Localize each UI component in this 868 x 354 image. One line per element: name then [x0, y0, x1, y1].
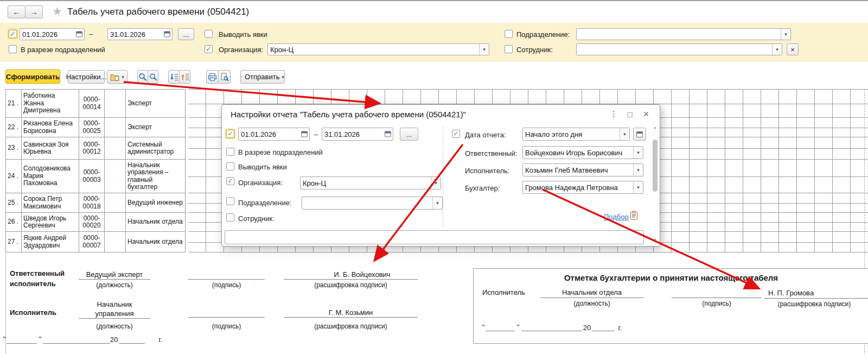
chevron-down-icon[interactable]: ▾ [633, 164, 643, 176]
dialog-employee-checkbox[interactable] [226, 213, 234, 222]
clear-icon: × [790, 46, 795, 54]
organization-checkbox[interactable]: ✓ [205, 45, 213, 53]
dialog-period-to-field[interactable]: 31.01.2026 [322, 128, 393, 141]
dialog-menu-button[interactable]: ⋮ [608, 108, 620, 120]
dialog-report-date-field[interactable]: Начало этого дня ▾ [522, 128, 630, 141]
dialog-period-from-field[interactable]: 01.01.2026 [238, 128, 310, 141]
collapse-rows-button[interactable] [179, 70, 190, 84]
signature-line [672, 298, 762, 298]
row-number[interactable]: 27 . [6, 232, 22, 252]
dialog-accountant-field[interactable]: Громова Надежда Петровна ▾ [522, 181, 643, 194]
dialog-report-date-calendar-button[interactable] [633, 128, 646, 141]
period-checkbox[interactable]: ✓ [9, 30, 17, 38]
dialog-department-checkbox[interactable] [226, 197, 234, 205]
employee-position[interactable]: Эксперт [126, 118, 186, 137]
employee-clear-button[interactable]: × [787, 43, 799, 55]
employee-name[interactable]: Сорока Петр Максимович [22, 193, 79, 213]
employee-name[interactable]: Савинская Зоя Юрьевна [22, 137, 79, 160]
print-button[interactable] [206, 70, 219, 84]
calendar-icon[interactable] [164, 31, 170, 37]
by-departments-checkbox[interactable] [9, 45, 17, 53]
show-attendance-checkbox[interactable] [205, 30, 213, 38]
dialog-organization-field[interactable]: Крон-Ц ▾ [300, 176, 441, 189]
search-next-button[interactable] [148, 70, 158, 84]
position-caption: (должность) [79, 281, 150, 289]
chevron-down-icon[interactable]: ▾ [620, 128, 629, 140]
period-to-field[interactable]: 31.01.2026 [107, 28, 173, 40]
dialog-employee-list[interactable] [225, 230, 644, 244]
expand-rows-button[interactable] [168, 70, 180, 84]
employee-name[interactable]: Работкина Жанна Дмитриевна [22, 90, 79, 118]
calendar-icon[interactable] [76, 31, 82, 37]
chevron-down-icon[interactable]: ▾ [633, 181, 643, 193]
employee-position[interactable]: Начальник отдела [126, 213, 186, 232]
employee-position[interactable]: Эксперт [126, 90, 186, 118]
period-from-field[interactable]: 01.01.2026 [20, 28, 85, 40]
chevron-down-icon[interactable]: ▾ [772, 44, 782, 55]
dialog-show-attendance-checkbox[interactable] [226, 162, 234, 170]
employee-position[interactable]: Ведущий инженер [126, 193, 186, 213]
employee-name[interactable]: Рязанова Елена Борисовна [22, 118, 79, 137]
employee-position[interactable]: Начальник отдела [126, 232, 186, 252]
kebab-icon: ⋮ [610, 109, 618, 119]
chevron-down-icon[interactable]: ▾ [781, 29, 790, 40]
dialog-by-departments-checkbox[interactable] [226, 148, 234, 156]
employee-position[interactable]: Начальник управления – главный бухгалтер [126, 160, 186, 193]
employee-code[interactable]: 0000-00025 [79, 118, 105, 137]
dialog-executor-field[interactable]: Козьмин Глеб Матвеевич ▾ [522, 163, 643, 176]
row-number[interactable]: 24 . [6, 160, 22, 193]
employee-code[interactable]: 0000-00012 [79, 137, 105, 160]
clipboard-icon[interactable] [630, 211, 638, 220]
chevron-down-icon[interactable]: ▾ [432, 197, 442, 209]
employee-position[interactable]: Системный администратор [126, 137, 186, 160]
dialog-close-button[interactable]: × [640, 108, 652, 120]
employee-name[interactable]: Солодовникова Мария Пахомовна [22, 160, 79, 193]
employee-field[interactable]: ▾ [576, 43, 782, 55]
dialog-department-field[interactable]: ▾ [302, 197, 443, 210]
chevron-down-icon[interactable]: ▾ [431, 177, 441, 189]
dialog-period-more-button[interactable]: ... [400, 128, 418, 141]
employee-name[interactable]: Яцкив Андрей Эдуардович [22, 232, 79, 252]
employee-code[interactable]: 0000-00007 [79, 232, 105, 252]
organization-field[interactable]: Крон-Ц ▾ [267, 43, 489, 55]
scroll-down-icon[interactable]: ▼ [653, 238, 658, 242]
employee-name[interactable]: Шведов Игорь Сергеевич [22, 213, 79, 232]
scroll-up-icon[interactable]: ▲ [653, 125, 658, 129]
favorite-star-icon[interactable]: ★ [52, 5, 62, 18]
report-settings-dialog: Настройки отчета "Табель учета рабочего … [221, 104, 660, 246]
employee-code[interactable]: 0000-00018 [79, 193, 105, 213]
scrollbar-thumb[interactable] [653, 140, 658, 192]
settings-button[interactable]: Настройки... [68, 70, 105, 84]
row-number[interactable]: 23 . [6, 137, 22, 160]
dialog-organization-checkbox[interactable]: ✓ [226, 177, 234, 185]
employee-code[interactable]: 0000-00003 [79, 160, 105, 193]
dialog-responsible-field[interactable]: Войцехович Игорь Борисович ▾ [522, 146, 643, 159]
period-more-button[interactable]: ... [178, 28, 194, 40]
calendar-icon[interactable] [301, 131, 308, 137]
calendar-icon[interactable] [385, 131, 391, 137]
forward-button[interactable]: → [25, 5, 43, 18]
dialog-maximize-button[interactable]: □ [624, 108, 636, 120]
dialog-scrollbar[interactable]: ▲ ▼ [653, 125, 658, 242]
print-preview-button[interactable] [218, 70, 231, 84]
send-button[interactable]: Отправить ▾ [240, 70, 285, 84]
employee-code[interactable]: 0000-00014 [79, 90, 105, 118]
back-button[interactable]: ← [8, 5, 25, 18]
podbor-link[interactable]: Подбор [604, 213, 629, 221]
employee-checkbox[interactable] [505, 45, 513, 53]
filter-panel: ✓ 01.01.2026 – 31.01.2026 ... Выводить я… [0, 23, 868, 62]
dialog-period-checkbox[interactable]: ✓ [226, 130, 234, 138]
row-number[interactable]: 25 . [6, 193, 22, 213]
row-number[interactable]: 22 . [6, 118, 22, 137]
search-button[interactable] [137, 70, 148, 84]
department-checkbox[interactable] [505, 30, 513, 38]
employee-code[interactable]: 0000-00020 [79, 213, 105, 232]
dialog-report-date-checkbox[interactable]: ✓ [452, 130, 460, 138]
department-field[interactable]: ▾ [576, 28, 791, 40]
generate-button[interactable]: Сформировать [5, 69, 60, 84]
row-number[interactable]: 21 . [6, 90, 22, 118]
chevron-down-icon[interactable]: ▾ [479, 44, 489, 55]
row-number[interactable]: 26 . [6, 213, 22, 232]
report-variants-button[interactable]: ▾ [107, 70, 127, 84]
chevron-down-icon[interactable]: ▾ [633, 147, 643, 159]
